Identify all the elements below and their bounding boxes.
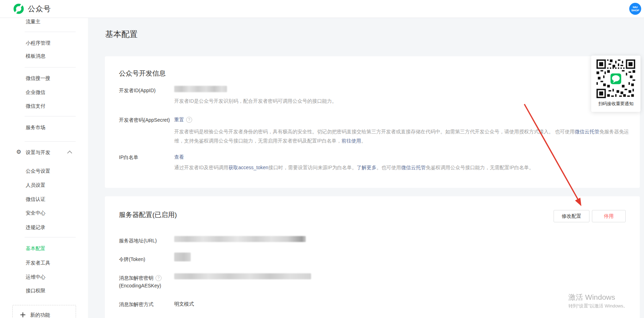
sidebar-divider <box>25 237 76 237</box>
dev-info-section-title: 公众号开发信息 <box>119 69 166 78</box>
sidebar-item-basic-config[interactable]: 基本配置 <box>26 245 45 252</box>
sidebar-item-violation-records[interactable]: 违规记录 <box>26 224 45 230</box>
sidebar-group-label: 设置与开发 <box>26 150 50 155</box>
aes-key-label-line1: 消息加解密密钥 <box>119 275 153 281</box>
ip-whitelist-actions: 查看 <box>174 153 184 160</box>
appsecret-desc-text: 。 <box>361 138 366 144</box>
windows-activation-watermark-sub: 转到“设置”以激活 Windows。 <box>568 303 628 309</box>
cloud-hosting-link[interactable]: 微信云托管 <box>575 129 599 134</box>
qr-caption: 扫码接收重要通知 <box>591 101 640 107</box>
sidebar-item-work-wechat[interactable]: 企业微信 <box>26 89 45 95</box>
top-bar: 公众号 NIU SHOP <box>0 0 644 18</box>
appsecret-label: 开发者密码(AppSecret) <box>119 116 172 124</box>
sidebar-item-wechat-pay[interactable]: 微信支付 <box>26 103 45 109</box>
brand[interactable]: 公众号 <box>13 4 51 14</box>
appsecret-desc-text: 开发者密码是校验公众号开发者身份的密码，具有极高的安全性。切记勿把密码直接交给第… <box>174 129 575 134</box>
gear-icon: ⚙ <box>16 149 21 155</box>
modify-config-button[interactable]: 修改配置 <box>554 210 589 222</box>
sidebar-group-settings-dev[interactable]: ⚙ 设置与开发 <box>26 149 50 155</box>
new-features-label: 新的功能 <box>30 312 50 318</box>
sidebar-divider <box>25 141 76 142</box>
server-url-label: 服务器地址(URL) <box>119 237 172 244</box>
encrypt-mode-label: 消息加解密方式 <box>119 300 172 308</box>
sidebar-divider <box>25 116 76 116</box>
sidebar-item-service-market[interactable]: 服务市场 <box>26 124 45 131</box>
help-icon[interactable]: ? <box>186 117 192 123</box>
cloud-hosting-link[interactable]: 微信云托管 <box>401 165 426 170</box>
appsecret-actions: 重置? <box>174 116 192 123</box>
aes-key-label-line2: (EncodingAESKey) <box>119 282 172 290</box>
sidebar-item-developer-tools[interactable]: 开发者工具 <box>26 260 50 266</box>
sidebar-item-account-settings[interactable]: 公众号设置 <box>26 168 50 174</box>
ip-whitelist-desc: 通过开发者ID及密码调用获取access_token接口时，需要设置访问来源IP… <box>174 163 633 172</box>
goto-use-link[interactable]: 前往使用 <box>341 138 361 144</box>
plus-icon <box>20 312 25 317</box>
server-config-section-title: 服务器配置(已启用) <box>119 210 177 220</box>
server-config-card: 服务器配置(已启用) 修改配置 停用 服务器地址(URL) 令牌(Token) … <box>105 196 640 318</box>
page-title: 基本配置 <box>105 29 138 40</box>
token-value-redacted <box>174 253 191 261</box>
disable-button[interactable]: 停用 <box>592 210 626 222</box>
ip-desc-text: 免鉴权调用公众号接口能力，无需配置IP白名单。 <box>426 165 534 170</box>
ip-desc-text: 接口时，需要设置访问来源IP为白名单。 <box>269 165 357 170</box>
appid-label: 开发者ID(AppID) <box>119 87 172 94</box>
windows-activation-watermark: 激活 Windows <box>568 292 615 302</box>
sidebar-item-staff-settings[interactable]: 人员设置 <box>26 182 45 188</box>
sidebar-divider <box>25 67 76 68</box>
sidebar-item-traffic[interactable]: 流量主 <box>26 18 40 25</box>
wechat-oa-logo-icon <box>13 4 24 14</box>
brand-name: 公众号 <box>28 4 51 14</box>
learn-more-link[interactable]: 了解更多 <box>357 165 377 170</box>
sidebar-item-api-permissions[interactable]: 接口权限 <box>26 287 45 294</box>
appid-value-redacted <box>174 86 227 92</box>
sidebar-item-wechat-verify[interactable]: 微信认证 <box>26 196 45 202</box>
account-avatar[interactable]: NIU SHOP <box>629 3 641 15</box>
access-token-link[interactable]: 获取access_token <box>228 165 269 170</box>
chevron-up-icon <box>67 151 72 155</box>
help-icon[interactable]: ? <box>156 275 162 281</box>
sidebar-item-template-msg[interactable]: 模板消息 <box>26 53 45 59</box>
dev-info-card: 公众号开发信息 开发者ID(AppID) 开发者ID是公众号开发识别码，配合开发… <box>105 56 640 188</box>
sidebar-item-ops-center[interactable]: 运维中心 <box>26 274 45 280</box>
qr-notice-panel: 扫码接收重要通知 <box>591 56 640 112</box>
sidebar-divider <box>25 32 76 32</box>
encrypt-mode-value: 明文模式 <box>174 300 194 307</box>
ip-whitelist-label: IP白名单 <box>119 153 172 161</box>
ip-desc-text: 通过开发者ID及密码调用 <box>174 165 228 170</box>
sidebar-item-security-center[interactable]: 安全中心 <box>26 210 45 216</box>
token-label: 令牌(Token) <box>119 255 172 263</box>
ip-desc-text: 。也可使用 <box>377 165 401 170</box>
aes-key-value-redacted <box>174 273 311 279</box>
appid-desc: 开发者ID是公众号开发识别码，配合开发者密码可调用公众号的接口能力。 <box>174 96 633 106</box>
reset-link[interactable]: 重置 <box>174 117 184 122</box>
appsecret-desc: 开发者密码是校验公众号开发者身份的密码，具有极高的安全性。切记勿把密码直接交给第… <box>174 127 633 145</box>
sidebar-item-new-features[interactable]: 新的功能 <box>12 305 76 318</box>
wechat-mp-admin-page: 公众号 NIU SHOP 流量主 小程序管理 模板消息 微信搜一搜 企业微信 微… <box>0 0 644 318</box>
server-url-value-redacted <box>174 236 306 242</box>
sidebar-item-wechat-search[interactable]: 微信搜一搜 <box>26 75 50 81</box>
sidebar: 流量主 小程序管理 模板消息 微信搜一搜 企业微信 微信支付 服务市场 ⚙ 设置… <box>0 18 88 318</box>
view-link[interactable]: 查看 <box>174 154 184 160</box>
sidebar-item-miniprogram-mgmt[interactable]: 小程序管理 <box>26 40 50 46</box>
aes-key-label: 消息加解密密钥? <box>119 274 172 282</box>
qr-code <box>596 59 635 98</box>
